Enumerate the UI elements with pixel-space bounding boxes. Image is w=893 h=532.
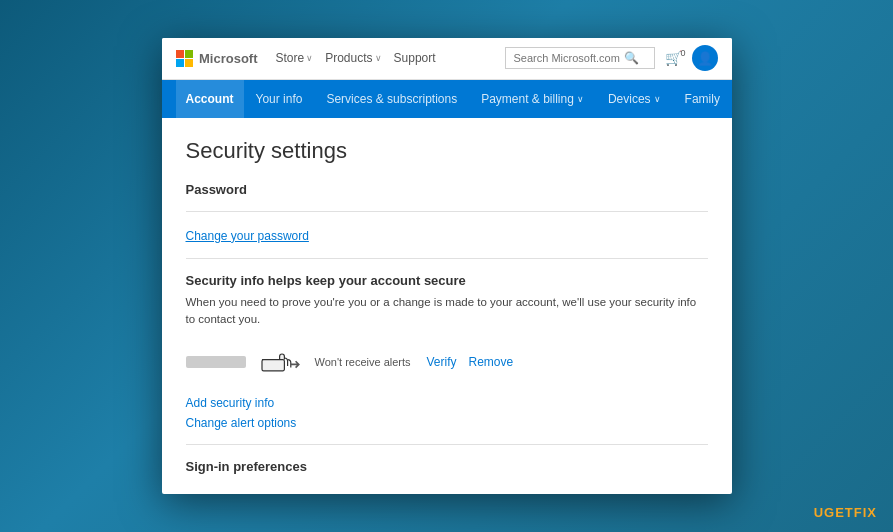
products-link[interactable]: Products ∨	[325, 51, 381, 65]
top-nav-links: Store ∨ Products ∨ Support	[276, 51, 505, 65]
watermark-suffix: FIX	[854, 505, 877, 520]
watermark-prefix: UG	[814, 505, 836, 520]
store-chevron-icon: ∨	[306, 53, 313, 63]
account-nav: Account Your info Services & subscriptio…	[162, 80, 732, 118]
add-security-info-link[interactable]: Add security info	[186, 396, 708, 410]
security-item-status: Won't receive alerts	[315, 356, 415, 368]
devices-tab[interactable]: Devices ∨	[596, 80, 673, 118]
verify-link[interactable]: Verify	[427, 355, 457, 369]
change-alert-options-link[interactable]: Change alert options	[186, 416, 708, 430]
signin-divider	[186, 444, 708, 445]
store-link[interactable]: Store ∨	[276, 51, 314, 65]
security-item-bar	[186, 356, 246, 368]
top-nav: Microsoft Store ∨ Products ∨ Support 🔍 🛒…	[162, 38, 732, 80]
security-info-title: Security info helps keep your account se…	[186, 273, 708, 288]
devices-chevron-icon: ∨	[654, 94, 661, 104]
svg-rect-0	[262, 360, 284, 371]
your-info-tab[interactable]: Your info	[244, 80, 315, 118]
family-tab[interactable]: Family	[673, 80, 732, 118]
microsoft-brand-text: Microsoft	[199, 51, 258, 66]
watermark: UGETFIX	[814, 505, 877, 520]
content-area: Security settings Password Change your p…	[162, 118, 732, 495]
page-title: Security settings	[186, 138, 708, 164]
security-item-row: Won't receive alerts Verify Remove	[186, 342, 708, 382]
security-info-description: When you need to prove you're you or a c…	[186, 294, 708, 329]
signin-title: Sign-in preferences	[186, 459, 708, 474]
security-info-section: Security info helps keep your account se…	[186, 273, 708, 431]
payment-tab[interactable]: Payment & billing ∨	[469, 80, 596, 118]
password-divider	[186, 211, 708, 212]
products-chevron-icon: ∨	[375, 53, 382, 63]
security-item-actions: Verify Remove	[427, 355, 514, 369]
microsoft-logo[interactable]: Microsoft	[176, 50, 258, 68]
search-bar[interactable]: 🔍	[505, 47, 655, 69]
change-password-link[interactable]: Change your password	[186, 229, 309, 243]
browser-window: Microsoft Store ∨ Products ∨ Support 🔍 🛒…	[162, 38, 732, 495]
signin-section: Sign-in preferences	[186, 459, 708, 474]
search-icon[interactable]: 🔍	[624, 51, 639, 65]
user-avatar[interactable]: 👤	[692, 45, 718, 71]
cart-badge: 0	[680, 48, 685, 58]
cart-icon[interactable]: 🛒0	[665, 50, 682, 66]
services-tab[interactable]: Services & subscriptions	[314, 80, 469, 118]
remove-link[interactable]: Remove	[469, 355, 514, 369]
security-info-divider	[186, 258, 708, 259]
security-links: Add security info Change alert options	[186, 396, 708, 430]
search-input[interactable]	[514, 52, 624, 64]
hand-cursor-icon	[253, 342, 303, 382]
watermark-highlight: ET	[835, 505, 854, 520]
support-link[interactable]: Support	[394, 51, 436, 65]
password-section-title: Password	[186, 182, 708, 197]
payment-chevron-icon: ∨	[577, 94, 584, 104]
account-tab[interactable]: Account	[176, 80, 244, 118]
